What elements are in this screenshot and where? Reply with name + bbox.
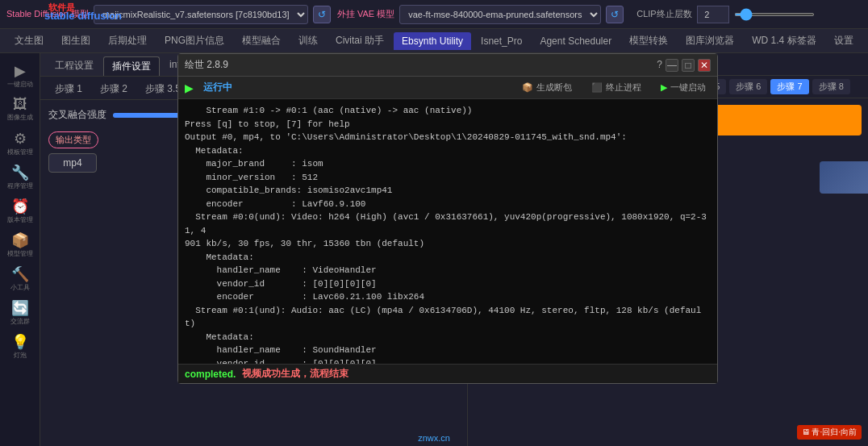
sidebar-item-model[interactable]: 📦 模型管理 <box>5 229 35 260</box>
nav-tab-tuku[interactable]: 图库浏览器 <box>678 31 742 51</box>
tools-icon: 🔨 <box>11 265 29 283</box>
vae-section: 外挂 VAE 模型 vae-ft-mse-840000-ema-pruned.s… <box>337 5 624 24</box>
sidebar-item-generate[interactable]: 🖼 图像生成 <box>5 94 35 124</box>
term-line-7: encoder : Lavf60.9.100 <box>185 198 711 211</box>
sidebar-label-community: 交流群 <box>10 319 30 326</box>
sidebar-item-tools[interactable]: 🔨 小工具 <box>5 263 35 294</box>
oneclick-button[interactable]: ▶ 一键启动 <box>656 80 711 95</box>
sidebar-item-template[interactable]: ⚙ 模板管理 <box>5 127 35 158</box>
status-running: 运行中 <box>203 81 232 94</box>
sidebar-label-oneclick: 一键启动 <box>7 81 33 89</box>
model-icon: 📦 <box>11 231 29 249</box>
oneclick-icon: ▶ <box>15 62 26 80</box>
stop-process-button[interactable]: ⬛ 终止进程 <box>586 80 646 95</box>
nav-tab-tushengtu[interactable]: 图生图 <box>53 31 98 51</box>
plugin-tab-step1[interactable]: 步骤 1 <box>47 80 90 99</box>
term-line-12: vendor_id : [0][0][0][0] <box>185 277 711 291</box>
vae-label: 外挂 VAE 模型 <box>337 8 394 20</box>
term-line-4: major_brand : isom <box>185 157 711 171</box>
sidebar-label-model: 模型管理 <box>7 251 33 258</box>
sidebar-label-generate: 图像生成 <box>7 115 33 122</box>
terminal-controls: ? — □ ✕ <box>657 59 711 72</box>
term-line-16: handler_name : SoundHandler <box>185 344 711 357</box>
program-icon: 🔧 <box>11 164 29 181</box>
generate-pkg-button[interactable]: 📦 生成断包 <box>517 80 577 95</box>
term-line-8: Stream #0:0(und): Video: h264 (High) (av… <box>185 210 711 237</box>
sidebar-item-version[interactable]: ⏰ 版本管理 <box>5 195 35 226</box>
oneclick-label: 一键启动 <box>670 81 706 94</box>
play-icon: ▶ <box>185 81 194 94</box>
right-image-hint <box>820 161 868 194</box>
pkg-icon: 📦 <box>522 82 533 93</box>
nav-tab-extend[interactable]: 扩展 <box>863 31 868 51</box>
output-type-label: 输出类型 <box>56 135 91 144</box>
sidebar-label-light: 灯泡 <box>14 352 27 360</box>
watermark-blue: stable diffusion <box>44 10 122 22</box>
term-line-0: Stream #1:0 -> #0:1 (aac (native) -> aac… <box>185 104 711 118</box>
nav-tab-wenshengtu[interactable]: 文生图 <box>6 31 52 51</box>
sidebar-item-oneclick[interactable]: ▶ 一键启动 <box>5 60 35 90</box>
nav-tab-isnet[interactable]: Isnet_Pro <box>473 32 530 50</box>
generate-pkg-label: 生成断包 <box>536 81 572 94</box>
clip-slider[interactable] <box>734 13 815 16</box>
sub-tab-plugin[interactable]: 插件设置 <box>103 56 160 76</box>
term-line-5: minor_version : 512 <box>185 171 711 185</box>
term-line-9: 901 kb/s, 30 fps, 30 thr, 15360 tbn (def… <box>185 237 711 251</box>
sidebar-item-light[interactable]: 💡 灯泡 <box>5 331 35 361</box>
terminal-window: 绘世 2.8.9 ? — □ ✕ ▶ 运行中 📦 生成断包 ⬛ 终止进程 ▶ 一… <box>177 53 718 384</box>
output-type-label-container: 输出类型 <box>48 131 98 148</box>
nav-tab-png[interactable]: PNG图片信息 <box>156 31 232 51</box>
sidebar-label-program: 程序管理 <box>7 183 33 190</box>
vae-refresh-button[interactable]: ↺ <box>606 6 624 23</box>
nav-tab-wd14[interactable]: WD 1.4 标签器 <box>744 31 824 51</box>
oneclick-play-icon: ▶ <box>661 82 667 93</box>
term-line-3: Metadata: <box>185 144 711 158</box>
terminal-footer: completed. 视频成功生成，流程结束 <box>178 364 717 383</box>
footer-content: completed. 视频成功生成，流程结束 <box>185 367 348 381</box>
template-icon: ⚙ <box>14 130 27 148</box>
help-button[interactable]: ? <box>657 59 662 72</box>
sd-refresh-button[interactable]: ↺ <box>313 6 331 23</box>
term-line-2: Output #0, mp4, to 'C:\Users\Administrat… <box>185 131 711 144</box>
term-line-1: Press [q] to stop, [7] for help <box>185 118 711 131</box>
sidebar-item-program[interactable]: 🔧 程序管理 <box>5 161 35 192</box>
sub-tab-project[interactable]: 工程设置 <box>47 56 102 76</box>
sidebar-label-tools: 小工具 <box>10 285 30 292</box>
minimize-button[interactable]: — <box>666 59 678 72</box>
nav-tab-settings[interactable]: 设置 <box>826 31 862 51</box>
nav-bar: 文生图 图生图 后期处理 PNG图片信息 模型融合 训练 Civitai 助手 … <box>0 29 868 53</box>
sd-model-select[interactable]: majicmixRealistic_v7.safetensors [7c8190… <box>94 5 308 24</box>
nav-tab-moxinzhuanhuan[interactable]: 模型转换 <box>621 31 676 51</box>
sidebar-label-version: 版本管理 <box>7 217 33 224</box>
clip-section: CLIP终止层数 <box>636 6 814 23</box>
maximize-button[interactable]: □ <box>682 59 695 72</box>
process-step-7[interactable]: 步骤 7 <box>770 79 808 94</box>
terminal-body[interactable]: Stream #1:0 -> #0:1 (aac (native) -> aac… <box>178 99 717 364</box>
nav-tab-ebsynth[interactable]: Ebsynth Utility <box>394 32 471 50</box>
nav-tab-hougichuli[interactable]: 后期处理 <box>100 31 155 51</box>
plugin-tab-step2[interactable]: 步骤 2 <box>92 80 136 99</box>
clip-input[interactable] <box>697 6 729 23</box>
vae-select[interactable]: vae-ft-mse-840000-ema-pruned.safetensors <box>399 5 601 24</box>
fusion-label: 交叉融合强度 <box>48 108 106 122</box>
close-button[interactable]: ✕ <box>698 59 711 72</box>
terminal-toolbar: ▶ 运行中 📦 生成断包 ⬛ 终止进程 ▶ 一键启动 <box>178 77 717 99</box>
process-step-6[interactable]: 步骤 6 <box>729 79 767 94</box>
completed-text: completed. <box>185 369 236 380</box>
light-icon: 💡 <box>11 333 29 351</box>
term-line-17: vendor_id : [0][0][0][0] <box>185 357 711 365</box>
nav-tab-agent[interactable]: Agent Scheduler <box>532 32 620 50</box>
term-line-10: Metadata: <box>185 251 711 265</box>
nav-tab-xunlian[interactable]: 训练 <box>290 31 326 51</box>
term-line-11: handler_name : VideoHandler <box>185 264 711 277</box>
term-line-15: Metadata: <box>185 331 711 344</box>
process-step-8[interactable]: 步骤 8 <box>812 79 850 94</box>
output-value-box[interactable]: mp4 <box>48 153 97 173</box>
sidebar-label-template: 模板管理 <box>7 149 33 156</box>
bottom-badge: 🖥 青·回归·向前 <box>797 425 862 440</box>
nav-tab-moxinronghe[interactable]: 模型融合 <box>234 31 289 51</box>
sidebar-item-community[interactable]: 🔄 交流群 <box>5 297 35 327</box>
nav-tab-civitai[interactable]: Civitai 助手 <box>328 31 392 51</box>
term-line-13: encoder : Lavc60.21.100 libx264 <box>185 290 711 304</box>
stop-label: 终止进程 <box>606 81 641 94</box>
